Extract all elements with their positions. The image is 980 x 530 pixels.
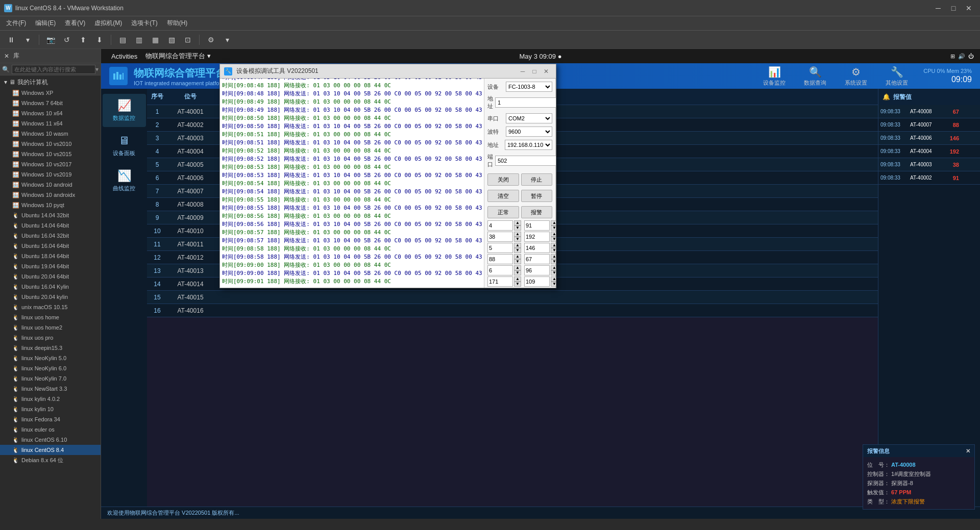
alarm-row[interactable]: 09:08:33 AT-40002 91 — [878, 171, 980, 185]
spinner-btns-2[interactable]: ▲ ▼ — [551, 220, 556, 231]
spinner-btns-1[interactable]: ▲ ▼ — [514, 243, 521, 253]
view-button3[interactable]: ▦ — [148, 33, 162, 47]
debug-device-select[interactable]: FC-1003-8 — [506, 82, 552, 92]
nav-other-settings[interactable]: 🔧 其他设置 — [878, 64, 915, 89]
vm-item[interactable]: 🪟Windows 10 vs2015 — [0, 149, 101, 159]
debug-maximize-button[interactable]: □ — [529, 66, 540, 77]
spinner-down-2[interactable]: ▼ — [551, 237, 556, 242]
alarm-row[interactable]: 09:08:33 AT-40007 88 — [878, 118, 980, 132]
vm-item[interactable]: 🐧Debian 8.x 64 位 — [0, 455, 101, 465]
nav-data-query[interactable]: 🔍 数据查询 — [797, 64, 834, 89]
spinner-input-2[interactable] — [524, 220, 550, 231]
vm-item[interactable]: 🪟Windows 10 wasm — [0, 129, 101, 139]
vm-item[interactable]: 🐧Ubuntu 14.04 32bit — [0, 210, 101, 220]
vm-item[interactable]: 🐧linux NeoKylin 5.0 — [0, 353, 101, 363]
spinner-up-2[interactable]: ▲ — [551, 232, 556, 237]
spinner-input-1[interactable] — [487, 243, 513, 253]
alarm-info-close-button[interactable]: ✕ — [966, 448, 970, 455]
table-row[interactable]: 16 AT-40016 — [147, 304, 878, 317]
menu-tabs[interactable]: 选项卡(T) — [127, 18, 161, 29]
spinner-btns-2[interactable]: ▲ ▼ — [551, 254, 556, 264]
spinner-up-1[interactable]: ▲ — [514, 265, 521, 270]
spinner-down-2[interactable]: ▼ — [551, 282, 556, 287]
upload-button[interactable]: ⬆ — [76, 33, 90, 47]
alarm-row[interactable]: 09:08:33 AT-40003 38 — [878, 158, 980, 171]
vm-item[interactable]: 🐧linux uos home2 — [0, 322, 101, 333]
gnome-app-name[interactable]: 物联网综合管理平台 ▾ — [145, 52, 211, 61]
vm-item[interactable]: 🐧linux NewStart 3.3 — [0, 384, 101, 394]
vm-item[interactable]: 🐧Ubuntu 14.04 64bit — [0, 220, 101, 231]
spinner-input-1[interactable] — [487, 265, 513, 275]
alarm-row[interactable]: 09:08:33 AT-40006 146 — [878, 132, 980, 145]
spinner-up-2[interactable]: ▲ — [551, 220, 556, 225]
nav-system-settings[interactable]: ⚙ 系统设置 — [838, 64, 874, 89]
vm-item[interactable]: 🐧Ubuntu 16.04 Kylin — [0, 282, 101, 292]
vm-item[interactable]: 🐧Ubuntu 16.04 32bit — [0, 231, 101, 241]
spinner-btns-1[interactable]: ▲ ▼ — [514, 220, 521, 231]
refresh-button[interactable]: ↺ — [60, 33, 74, 47]
spinner-input-1[interactable] — [487, 220, 513, 231]
spinner-input-2[interactable] — [524, 243, 550, 253]
vm-item[interactable]: 🐧Ubuntu 20.04 kylin — [0, 292, 101, 302]
screen-icon[interactable]: ⊞ — [950, 53, 955, 60]
spinner-down-2[interactable]: ▼ — [551, 259, 556, 264]
search-dropdown-icon[interactable]: ▾ — [95, 66, 99, 73]
view-button2[interactable]: ▥ — [132, 33, 146, 47]
vm-search-input[interactable] — [12, 65, 95, 74]
vm-item[interactable]: 🐧linux Fedora 34 — [0, 414, 101, 424]
spinner-btns-2[interactable]: ▲ ▼ — [551, 265, 556, 275]
debug-tcp-input[interactable] — [495, 156, 556, 166]
spinner-up-1[interactable]: ▲ — [514, 220, 521, 225]
menu-vm[interactable]: 虚拟机(M) — [90, 18, 126, 29]
table-row[interactable]: 15 AT-40015 — [147, 291, 878, 304]
view-button1[interactable]: ▤ — [115, 33, 130, 47]
spinner-btns-2[interactable]: ▲ ▼ — [551, 276, 556, 287]
vm-item[interactable]: 🐧Ubuntu 19.04 64bit — [0, 261, 101, 271]
close-button[interactable]: ✕ — [962, 1, 976, 15]
debug-normal-btn[interactable]: 正常 — [487, 206, 519, 218]
snapshot-button[interactable]: 📷 — [43, 33, 58, 47]
nav-device-monitor[interactable]: 📊 设备监控 — [756, 64, 793, 89]
spinner-input-2[interactable] — [524, 254, 550, 264]
menu-file[interactable]: 文件(F) — [2, 18, 30, 29]
debug-ip-select[interactable]: 192.168.0.110 — [505, 140, 552, 150]
spinner-btns-1[interactable]: ▲ ▼ — [514, 232, 521, 242]
vm-item[interactable]: 🐧linux euler os — [0, 424, 101, 435]
spinner-btns-1[interactable]: ▲ ▼ — [514, 265, 521, 275]
power-icon[interactable]: ⏻ — [968, 53, 974, 59]
vm-item[interactable]: 🐧linux deepin15.3 — [0, 343, 101, 353]
spinner-input-2[interactable] — [524, 232, 550, 242]
vm-item[interactable]: 🪟Windows 10 android — [0, 180, 101, 190]
sidebar-device-panel[interactable]: 🖥 设备面板 — [103, 129, 146, 162]
vm-item[interactable]: 🐧linux CentOS 8.4 — [0, 445, 101, 455]
spinner-down-2[interactable]: ▼ — [551, 248, 556, 253]
debug-addr-input[interactable] — [495, 97, 556, 108]
vm-item[interactable]: 🐧Ubuntu 20.04 64bit — [0, 271, 101, 282]
vm-item[interactable]: 🐧linux uos home — [0, 312, 101, 322]
vm-item[interactable]: 🪟Windows 7 64bit — [0, 98, 101, 108]
debug-win-controls[interactable]: ─ □ ✕ — [517, 66, 552, 77]
vm-item[interactable]: 🐧Ubuntu 16.04 64bit — [0, 241, 101, 251]
spinner-input-2[interactable] — [524, 265, 550, 275]
spinner-btns-2[interactable]: ▲ ▼ — [551, 243, 556, 253]
spinner-input-1[interactable] — [487, 254, 513, 264]
download-button[interactable]: ⬇ — [92, 33, 107, 47]
spinner-btns-2[interactable]: ▲ ▼ — [551, 232, 556, 242]
spinner-up-1[interactable]: ▲ — [514, 276, 521, 282]
vm-item[interactable]: 🐧Ubuntu 18.04 64bit — [0, 251, 101, 261]
vm-item[interactable]: 🪟Windows 10 vs2010 — [0, 139, 101, 149]
spinner-down-1[interactable]: ▼ — [514, 237, 521, 242]
debug-pause-btn[interactable]: 暂停 — [521, 190, 553, 202]
spinner-up-2[interactable]: ▲ — [551, 265, 556, 270]
debug-port-select[interactable]: COM2 — [506, 113, 552, 123]
menu-edit[interactable]: 编辑(E) — [31, 18, 60, 29]
vm-item[interactable]: 🐧unix macOS 10.15 — [0, 302, 101, 312]
vm-item[interactable]: 🐧linux NeoKylin 6.0 — [0, 363, 101, 373]
volume-icon[interactable]: 🔊 — [958, 53, 965, 60]
debug-stop-btn[interactable]: 停止 — [521, 173, 553, 186]
spinner-btns-1[interactable]: ▲ ▼ — [514, 254, 521, 264]
alarm-row[interactable]: 09:08:33 AT-40004 192 — [878, 145, 980, 158]
vm-item[interactable]: 🪟Windows 10 androidx — [0, 190, 101, 200]
fit-button[interactable]: ⊡ — [181, 33, 195, 47]
vm-item[interactable]: 🪟Windows 10 x64 — [0, 108, 101, 118]
